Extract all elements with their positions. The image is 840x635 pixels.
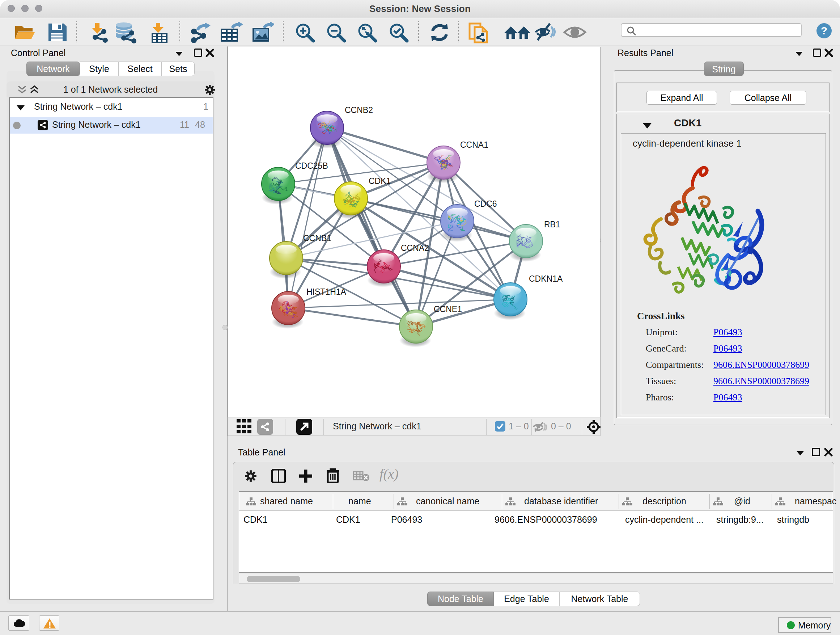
svg-text:CCNA2: CCNA2 [401, 243, 429, 253]
svg-text:HIST1H1A: HIST1H1A [306, 287, 347, 296]
svg-text:CCNA1: CCNA1 [460, 140, 488, 149]
svg-text:?: ? [821, 25, 827, 36]
svg-text:RB1: RB1 [544, 220, 561, 229]
svg-text:CDK1: CDK1 [369, 176, 391, 186]
svg-text:CDC6: CDC6 [474, 199, 497, 209]
svg-text:CCNB1: CCNB1 [303, 233, 332, 243]
svg-text:CDKN1A: CDKN1A [529, 274, 563, 283]
svg-text:CCNE1: CCNE1 [434, 304, 462, 314]
svg-text:CCNB2: CCNB2 [345, 105, 373, 115]
svg-text:CDC25B: CDC25B [295, 161, 328, 171]
